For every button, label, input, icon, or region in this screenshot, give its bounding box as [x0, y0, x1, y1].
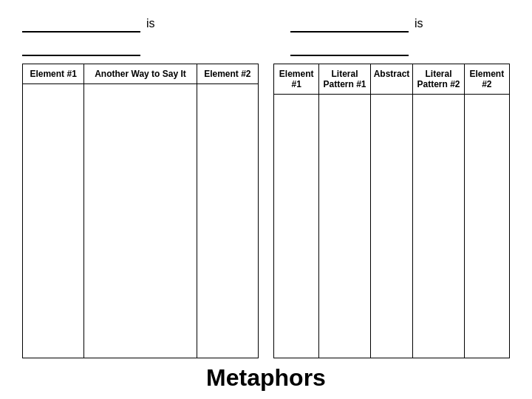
left-cell-1[interactable] — [23, 84, 84, 358]
top-section: is is — [22, 15, 510, 56]
right-cell-3[interactable] — [370, 95, 413, 358]
left-col-header-3: Element #2 — [197, 64, 258, 84]
left-cell-2[interactable] — [84, 84, 197, 358]
left-blank-2[interactable] — [22, 38, 140, 56]
left-col-header-1: Element #1 — [23, 64, 84, 84]
right-col-header-4: Literal Pattern #2 — [413, 64, 464, 95]
right-blank-1[interactable] — [290, 15, 409, 33]
right-header-row: Element #1 Literal Pattern #1 Abstract L… — [274, 64, 510, 95]
footer-title: Metaphors — [206, 364, 326, 391]
tables-section: Element #1 Another Way to Say It Element… — [22, 64, 510, 358]
left-blank-1[interactable] — [22, 15, 140, 33]
left-line1: is — [22, 15, 242, 33]
right-data-row — [274, 95, 510, 358]
right-col-header-3: Abstract — [370, 64, 413, 95]
top-left-fields: is — [22, 15, 242, 56]
page: is is Element #1 Another Way to Say It E… — [0, 0, 532, 399]
top-right-fields: is — [290, 15, 510, 56]
right-is-label: is — [415, 17, 423, 30]
left-data-row — [23, 84, 259, 358]
right-table: Element #1 Literal Pattern #1 Abstract L… — [273, 64, 510, 358]
footer: Metaphors — [22, 364, 510, 392]
left-is-label: is — [146, 17, 155, 30]
right-col-header-5: Element #2 — [464, 64, 509, 95]
left-col-header-2: Another Way to Say It — [84, 64, 197, 84]
left-header-row: Element #1 Another Way to Say It Element… — [23, 64, 259, 84]
right-col-header-1: Element #1 — [274, 64, 319, 95]
left-cell-3[interactable] — [197, 84, 258, 358]
right-cell-4[interactable] — [413, 95, 464, 358]
right-cell-2[interactable] — [319, 95, 370, 358]
left-table: Element #1 Another Way to Say It Element… — [22, 64, 259, 358]
right-col-header-2: Literal Pattern #1 — [319, 64, 370, 95]
right-blank-2[interactable] — [290, 38, 409, 56]
right-line1: is — [290, 15, 510, 33]
right-cell-1[interactable] — [274, 95, 319, 358]
right-cell-5[interactable] — [464, 95, 509, 358]
